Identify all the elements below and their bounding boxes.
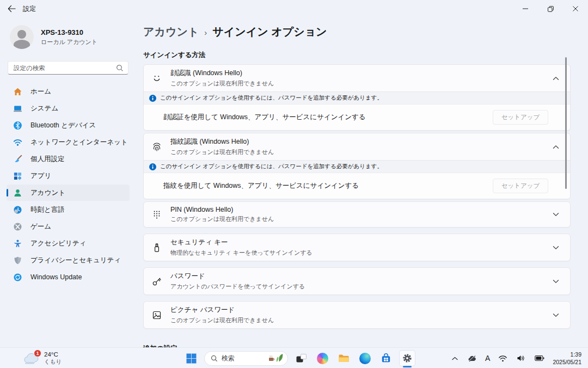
- xbox-icon: [13, 222, 22, 231]
- fingerprint-header[interactable]: 指紋認識 (Windows Hello) このオプションは現在利用できません: [144, 133, 570, 160]
- weather-temperature: 24°C: [44, 351, 62, 358]
- ime-mode-indicator[interactable]: A: [485, 354, 490, 363]
- search-highlight-icon: [267, 353, 285, 364]
- setup-button[interactable]: セットアップ: [493, 179, 548, 193]
- card-title: PIN (Windows Hello): [170, 206, 544, 213]
- app-title: 設定: [23, 4, 36, 14]
- sidebar-item-windows-update[interactable]: Windows Update: [7, 269, 130, 285]
- wifi-icon: [13, 138, 22, 147]
- card-title: セキュリティ キー: [170, 238, 544, 247]
- battery-icon[interactable]: [534, 354, 546, 363]
- sidebar-item-label: ホーム: [30, 87, 51, 96]
- taskbar-search-placeholder: 検索: [222, 354, 264, 363]
- close-button[interactable]: [563, 0, 588, 17]
- weather-condition: くもり: [44, 358, 62, 366]
- wifi-status-icon[interactable]: [497, 354, 509, 363]
- microsoft-store-button[interactable]: [378, 350, 394, 366]
- system-tray: A 1:39 2025/05/21: [451, 348, 581, 368]
- task-view-icon: [296, 353, 307, 364]
- fingerprint-icon: [151, 142, 163, 152]
- breadcrumb: アカウント › サインイン オプション: [143, 24, 571, 39]
- bluetooth-icon: [13, 121, 22, 130]
- edge-button[interactable]: [357, 350, 373, 366]
- chevron-down-icon[interactable]: [552, 312, 560, 318]
- face-icon: [151, 73, 163, 84]
- pin-header[interactable]: PIN (Windows Hello) このオプションは現在利用できません: [144, 202, 570, 227]
- info-icon: [149, 95, 156, 102]
- sidebar-item-label: アクセシビリティ: [30, 239, 86, 248]
- clock-time: 1:39: [553, 351, 581, 358]
- sidebar-item-home[interactable]: ホーム: [7, 83, 130, 100]
- setup-button[interactable]: セットアップ: [493, 110, 548, 125]
- clock-icon: [13, 205, 22, 214]
- sidebar-item-label: Bluetooth とデバイス: [30, 121, 96, 130]
- copilot-button[interactable]: [314, 350, 330, 366]
- scrollbar[interactable]: [565, 57, 567, 189]
- password-key-icon: [151, 276, 163, 287]
- breadcrumb-accounts[interactable]: アカウント: [143, 24, 199, 39]
- sidebar-item-network-internet[interactable]: ネットワークとインターネット: [7, 134, 130, 150]
- search-icon: [116, 64, 124, 72]
- weather-widget[interactable]: 1 24°C くもり: [23, 348, 62, 368]
- titlebar: 設定: [0, 0, 588, 17]
- info-strip: このサインイン オプションを使用するには、パスワードを追加する必要があります。: [144, 91, 570, 104]
- minimize-button[interactable]: [513, 0, 538, 17]
- notification-badge: 1: [34, 349, 41, 357]
- sidebar-item-time-language[interactable]: 時刻と言語: [7, 201, 130, 218]
- task-view-button[interactable]: [293, 350, 309, 366]
- chevron-up-icon[interactable]: [552, 144, 560, 150]
- password-header[interactable]: パスワード アカウントのパスワードを使ってサインインする: [144, 268, 570, 295]
- picture-password-header[interactable]: ピクチャ パスワード このオプションは現在利用できません: [144, 302, 570, 328]
- clock[interactable]: 1:39 2025/05/21: [553, 351, 581, 366]
- onedrive-cloud-icon[interactable]: [466, 353, 478, 363]
- back-button[interactable]: [0, 0, 23, 17]
- taskbar-search-box[interactable]: 検索: [204, 351, 288, 366]
- sidebar-item-privacy-security[interactable]: プライバシーとセキュリティ: [7, 252, 130, 268]
- accessibility-icon: [13, 239, 22, 248]
- restore-button[interactable]: [538, 0, 563, 17]
- chevron-down-icon[interactable]: [552, 278, 560, 285]
- chevron-up-icon[interactable]: [552, 75, 560, 82]
- microsoft-store-icon: [381, 353, 391, 364]
- sidebar-item-apps[interactable]: アプリ: [7, 168, 130, 184]
- chevron-down-icon[interactable]: [552, 244, 560, 251]
- sidebar-item-label: ネットワークとインターネット: [30, 138, 128, 147]
- home-icon: [13, 87, 22, 96]
- settings-button-active[interactable]: [399, 350, 415, 366]
- restore-icon: [547, 5, 554, 13]
- card-fingerprint: 指紋認識 (Windows Hello) このオプションは現在利用できません こ…: [143, 133, 571, 199]
- card-subtitle: このオプションは現在利用できません: [170, 79, 544, 88]
- user-profile[interactable]: XPS-13-9310 ローカル アカウント: [10, 25, 127, 49]
- settings-search-input[interactable]: [14, 65, 116, 71]
- face-recognition-action-row: 顔認証を使用して Windows、アプリ、サービスにサインインする セットアップ: [144, 104, 570, 130]
- sidebar-item-system[interactable]: システム: [7, 100, 130, 116]
- settings-search-box[interactable]: [8, 61, 128, 75]
- sidebar-item-label: 時刻と言語: [30, 205, 65, 214]
- start-button[interactable]: [183, 350, 199, 366]
- sidebar-item-personalization[interactable]: 個人用設定: [7, 151, 130, 167]
- face-recognition-header[interactable]: 顔認識 (Windows Hello) このオプションは現在利用できません: [144, 65, 570, 91]
- volume-icon[interactable]: [516, 353, 526, 363]
- security-key-header[interactable]: セキュリティ キー 物理的なセキュリティ キーを使ってサインインする: [144, 234, 570, 261]
- sidebar-item-label: ゲーム: [30, 222, 51, 231]
- pin-keypad-icon: [151, 209, 163, 220]
- sidebar-item-gaming[interactable]: ゲーム: [7, 218, 130, 235]
- sidebar-item-bluetooth-devices[interactable]: Bluetooth とデバイス: [7, 117, 130, 133]
- info-message: このサインイン オプションを使用するには、パスワードを追加する必要があります。: [160, 94, 383, 102]
- paintbrush-icon: [13, 155, 22, 164]
- file-explorer-button[interactable]: [335, 350, 352, 366]
- card-title: ピクチャ パスワード: [170, 305, 544, 315]
- chevron-down-icon[interactable]: [552, 211, 560, 218]
- sidebar-item-accounts[interactable]: アカウント: [7, 185, 130, 201]
- sidebar-nav: ホーム システム Bluetooth とデバイス ネットワークとインターネット: [7, 83, 130, 285]
- sidebar-item-accessibility[interactable]: アクセシビリティ: [7, 235, 130, 252]
- tray-chevron-up[interactable]: [451, 355, 459, 361]
- section-sign-in-methods: サインインする方法: [143, 51, 571, 60]
- fingerprint-action-row: 指紋を使用して Windows、アプリ、サービスにサインインする セットアップ: [144, 173, 570, 199]
- card-subtitle: このオプションは現在利用できません: [170, 215, 544, 223]
- card-title: 顔認識 (Windows Hello): [170, 69, 544, 78]
- sidebar-item-label: Windows Update: [30, 273, 82, 281]
- accounts-icon: [13, 188, 22, 198]
- main-content: アカウント › サインイン オプション サインインする方法 顔認識 (Windo…: [143, 17, 571, 347]
- card-subtitle: このオプションは現在利用できません: [170, 316, 544, 324]
